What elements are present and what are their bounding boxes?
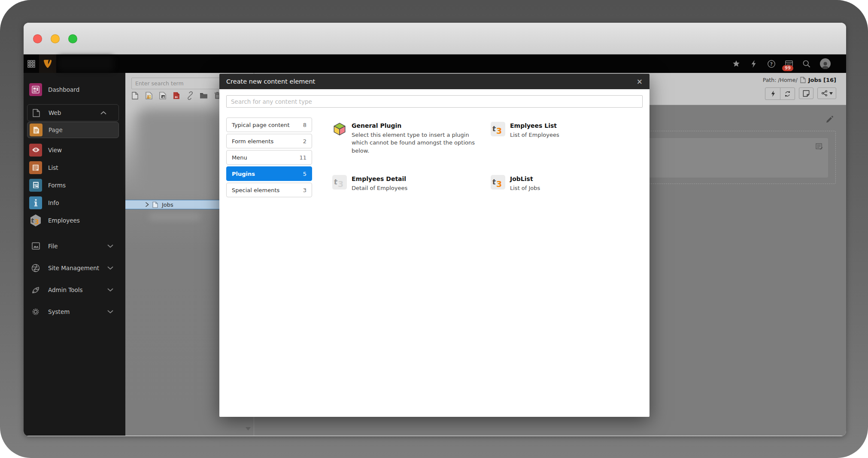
- item-employees-list[interactable]: t 3 Emplyees List List of Employees: [491, 122, 649, 162]
- search-icon[interactable]: [802, 60, 811, 68]
- content-type-search-input[interactable]: [226, 95, 643, 108]
- svg-text:?: ?: [770, 61, 773, 67]
- sidebar-item-label: Forms: [48, 182, 66, 189]
- site-name-redacted: [58, 56, 114, 71]
- clear-cache-button[interactable]: [765, 88, 780, 99]
- item-joblist[interactable]: t 3 JobList List of Jobs: [491, 175, 649, 199]
- item-title: JobList: [510, 175, 540, 183]
- breadcrumb: Path: /Home/: [763, 77, 798, 83]
- zoom-window-button[interactable]: [68, 34, 77, 43]
- chevron-down-icon: [107, 288, 113, 292]
- tab-plugins[interactable]: Plugins 5: [226, 166, 312, 181]
- tree-scroll-down-icon[interactable]: [245, 426, 252, 431]
- page-module-icon: [30, 124, 42, 136]
- tab-form-elements[interactable]: Form elements 2: [226, 134, 312, 148]
- tab-count: 5: [303, 171, 307, 177]
- avatar[interactable]: [820, 58, 831, 69]
- sidebar-item-file[interactable]: File: [24, 235, 125, 257]
- typo3-logo[interactable]: [39, 54, 56, 73]
- window-titlebar: [24, 23, 846, 54]
- tab-typical-page-content[interactable]: Typical page content 8: [226, 118, 312, 132]
- sidebar-item-label: View: [48, 147, 62, 154]
- share-button[interactable]: [817, 87, 836, 99]
- svg-text:3: 3: [34, 218, 39, 226]
- notification-badge: 99: [782, 65, 793, 71]
- svg-text:t: t: [492, 178, 497, 186]
- content-element-list: General Plugin Select this element type …: [332, 118, 649, 199]
- notifications-icon[interactable]: 99: [785, 60, 793, 68]
- refresh-button[interactable]: [780, 88, 795, 99]
- help-icon[interactable]: ?: [767, 60, 776, 68]
- chevron-down-icon: [107, 310, 113, 313]
- page-shortcut-icon[interactable]: [158, 91, 167, 100]
- sidebar-item-label: Dashboard: [48, 86, 79, 93]
- svg-text:3: 3: [496, 126, 502, 136]
- sidebar-item-view[interactable]: View: [24, 141, 125, 159]
- tab-special-elements[interactable]: Special elements 3: [226, 183, 312, 197]
- tree-node-label: Jobs: [162, 202, 173, 208]
- svg-text:3: 3: [496, 179, 502, 189]
- chevron-up-icon: [100, 111, 106, 115]
- tree-content-redacted: [136, 108, 222, 198]
- dashboard-icon: [29, 83, 42, 96]
- chevron-right-icon[interactable]: [145, 202, 149, 207]
- sidebar-item-label: List: [48, 164, 58, 171]
- chevron-down-icon: [107, 244, 113, 248]
- eye-icon: [29, 144, 42, 157]
- typo3-hex-icon: t 3: [29, 214, 42, 227]
- sidebar-item-page[interactable]: Page: [27, 122, 119, 138]
- sidebar-item-forms[interactable]: Forms: [24, 176, 125, 194]
- typo3-gray-icon: t 3: [332, 175, 347, 190]
- list-module-icon: [29, 161, 42, 174]
- modal-title: Create new content element: [226, 78, 637, 85]
- link-icon[interactable]: [185, 91, 194, 100]
- sidebar-item-system[interactable]: System: [24, 301, 125, 322]
- tab-count: 8: [303, 122, 307, 128]
- tab-count: 3: [303, 187, 307, 193]
- sidebar-item-label: Page: [49, 127, 63, 133]
- item-title: Emplyees Detail: [352, 175, 407, 183]
- sidebar-group-web[interactable]: Web: [27, 104, 119, 121]
- new-page-icon[interactable]: [131, 91, 140, 100]
- sidebar-item-label: File: [48, 243, 58, 250]
- item-general-plugin[interactable]: General Plugin Select this element type …: [332, 122, 491, 162]
- sidebar-item-label: Employees: [48, 217, 80, 224]
- item-employees-detail[interactable]: t 3 Emplyees Detail Detail of Employees: [332, 175, 491, 199]
- bolt-icon[interactable]: [750, 60, 758, 68]
- sidebar-item-dashboard[interactable]: Dashboard: [24, 81, 125, 98]
- new-content-element-modal: Create new content element × Typical pag…: [219, 74, 649, 417]
- module-menu: Dashboard Web: [24, 73, 125, 436]
- sidebar-item-employees[interactable]: t 3 Employees: [24, 211, 125, 229]
- modal-header: Create new content element ×: [219, 74, 649, 89]
- typo3-orange-icon: t 3: [491, 122, 505, 136]
- item-description: Select this element type to insert a plu…: [352, 131, 480, 156]
- typo3-orange-icon: t 3: [491, 175, 505, 190]
- page-mount-icon[interactable]: [172, 91, 181, 100]
- tab-count: 11: [299, 154, 307, 161]
- globe-icon: [29, 262, 42, 274]
- sidebar-item-admin-tools[interactable]: Admin Tools: [24, 279, 125, 301]
- page-doc-icon: [800, 77, 806, 83]
- edit-note-icon[interactable]: [816, 143, 823, 150]
- item-title: Emplyees List: [510, 122, 559, 130]
- info-module-icon: [29, 196, 42, 209]
- tab-menu[interactable]: Menu 11: [226, 150, 312, 165]
- close-window-button[interactable]: [33, 34, 42, 43]
- sidebar-item-label: Web: [49, 109, 61, 116]
- typo3-topbar: ? 99: [24, 54, 846, 73]
- close-icon[interactable]: ×: [637, 78, 643, 85]
- star-icon[interactable]: [732, 60, 741, 68]
- cube-icon: [332, 122, 347, 136]
- sidebar-item-info[interactable]: Info: [24, 194, 125, 211]
- item-title: General Plugin: [352, 122, 480, 130]
- sidebar-item-label: System: [48, 308, 70, 315]
- sidebar-item-site-management[interactable]: Site Management: [24, 257, 125, 279]
- apps-grid-icon[interactable]: [24, 54, 39, 73]
- page-notes-button[interactable]: [799, 87, 813, 99]
- sidebar-item-list[interactable]: List: [24, 159, 125, 176]
- minimize-window-button[interactable]: [51, 34, 60, 43]
- page-users-icon[interactable]: [144, 91, 153, 100]
- sidebar-item-label: Admin Tools: [48, 286, 83, 293]
- folder-icon[interactable]: [199, 91, 208, 100]
- edit-page-icon[interactable]: [826, 116, 833, 124]
